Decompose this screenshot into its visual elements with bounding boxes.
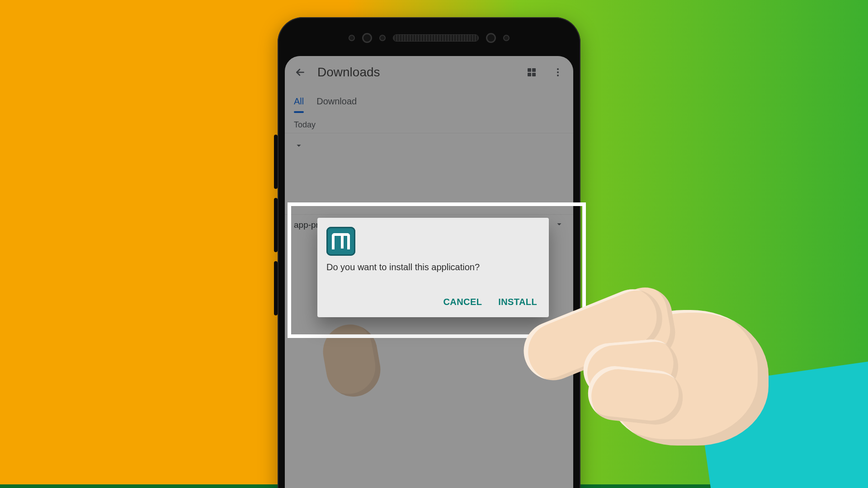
back-button[interactable] (291, 63, 309, 81)
hand-thumb (613, 283, 679, 364)
hand-sleeve (696, 353, 868, 488)
list-gap (285, 133, 573, 214)
svg-point-6 (557, 75, 559, 76)
grid-view-button[interactable] (523, 63, 541, 81)
tab-download[interactable]: Download (316, 96, 357, 113)
sensor-dot-icon (503, 35, 509, 41)
dialog-actions: CANCEL INSTALL (326, 292, 540, 312)
page-title: Downloads (317, 65, 380, 80)
overflow-menu-button[interactable] (549, 63, 567, 81)
svg-rect-2 (528, 73, 531, 76)
app-bar: Downloads (285, 56, 573, 89)
section-label-today: Today (285, 113, 573, 133)
file-thumbnail (319, 320, 385, 401)
svg-rect-0 (528, 68, 531, 72)
speaker-grill-icon (393, 34, 479, 42)
tutorial-stage: Downloads All Download Today (0, 0, 868, 488)
phone-side-button (274, 198, 278, 252)
sensor-dot-icon (379, 35, 386, 41)
install-dialog: Do you want to install this application?… (317, 218, 549, 317)
svg-point-5 (557, 71, 559, 73)
svg-rect-1 (532, 68, 536, 72)
tabs: All Download (285, 89, 573, 113)
front-camera-icon (486, 33, 496, 43)
arrow-back-icon (294, 66, 306, 78)
app-icon (326, 227, 355, 256)
phone-side-button (274, 261, 278, 315)
cancel-button[interactable]: CANCEL (441, 292, 485, 312)
sensor-dot-icon (349, 35, 355, 41)
hand-ring-finger (585, 363, 685, 427)
dialog-message: Do you want to install this application? (326, 262, 540, 272)
hand-middle-finger (581, 337, 681, 399)
chevron-down-icon[interactable] (294, 141, 304, 150)
phone-top-bezel (278, 24, 580, 52)
more-vert-icon (552, 67, 563, 78)
svg-rect-3 (532, 73, 536, 76)
tab-all[interactable]: All (294, 96, 304, 113)
n-letter-icon (332, 233, 350, 249)
svg-point-4 (557, 68, 559, 70)
phone-side-button (274, 135, 278, 189)
hand-palm (606, 310, 769, 446)
front-camera-icon (362, 33, 372, 43)
install-button[interactable]: INSTALL (495, 292, 540, 312)
chevron-down-icon[interactable] (554, 219, 564, 231)
grid-view-icon (526, 67, 537, 78)
